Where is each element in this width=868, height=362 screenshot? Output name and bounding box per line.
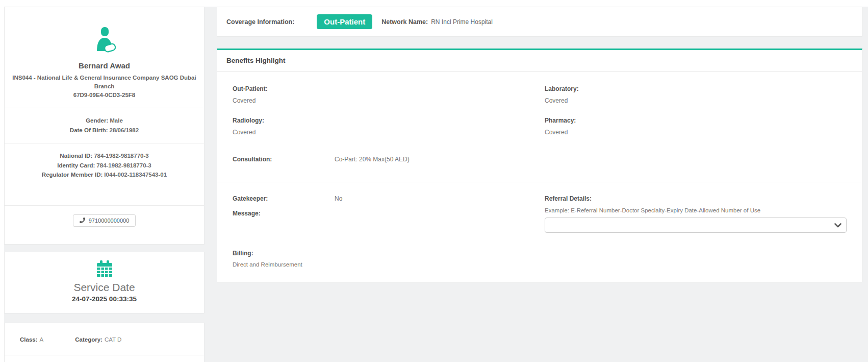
billing-label: Billing: [233,250,847,257]
national-id-label: National ID: [60,153,92,159]
billing-section: Billing: Direct and Reimbursement [233,250,847,282]
benefits-highlight-card: Benefits Highlight Out-Patient: Covered … [217,49,862,282]
regulator-member-id-label: Regulator Member ID: [42,172,103,178]
identity-card-row: Identity Card:784-1982-9818770-3 [5,161,204,171]
service-date-value: 24-07-2025 00:33:35 [5,295,204,303]
laboratory-benefit: Laboratory: Covered [545,85,847,104]
benefits-grid: Out-Patient: Covered Radiology: Covered … [233,85,847,149]
class-category-row: Class:A Category:CAT D [5,336,204,343]
class-field: Class:A [20,336,43,343]
outpatient-value: Covered [233,97,545,104]
demographics-section: Gender:Male Date Of Birth:28/06/1982 [5,116,204,135]
category-value: CAT D [105,336,121,343]
phone-icon [80,218,85,223]
divider [5,355,204,355]
identity-card-value: 784-1982-9818770-3 [96,162,151,168]
pharmacy-benefit: Pharmacy: Covered [545,117,847,136]
user-icon [5,26,204,55]
divider [217,182,862,182]
gender-label: Gender: [86,117,108,124]
gender-row: Gender:Male [5,116,204,126]
phone-number: 9710000000000 [89,218,130,224]
referral-example-text: Example: E-Referral Number-Doctor Specia… [545,207,847,213]
coverage-type-badge[interactable]: Out-Patient [317,14,372,29]
benefits-highlight-title: Benefits Highlight [217,50,862,71]
dob-label: Date Of Birth: [70,127,108,133]
outpatient-label: Out-Patient: [233,85,545,92]
pharmacy-label: Pharmacy: [545,117,847,124]
gender-value: Male [110,117,123,124]
referral-details-label: Referral Details: [545,195,847,202]
referral-details-section: Referral Details: Example: E-Referral Nu… [545,195,847,233]
class-label: Class: [20,336,38,343]
laboratory-value: Covered [545,97,847,104]
referral-select-wrapper [545,218,847,233]
radiology-value: Covered [233,129,545,136]
benefits-body: Out-Patient: Covered Radiology: Covered … [217,71,862,282]
consultation-row: Consultation: Co-Part: 20% Max(50 AED) [233,156,847,163]
gatekeeper-row: Gatekeeper: No [233,195,545,202]
radiology-label: Radiology: [233,117,545,124]
message-label: Message: [233,210,545,217]
divider [5,108,204,108]
page-background: Bernard Awad INS044 - National Life & Ge… [4,7,868,362]
network-name-label: Network Name: [381,18,428,26]
network-name-value: RN Incl Prime Hospital [431,18,493,26]
ids-section: National ID:784-1982-9818770-3 Identity … [5,151,204,180]
benefits-right-column: Laboratory: Covered Pharmacy: Covered [545,85,847,149]
coverage-information-label: Coverage Information: [226,18,294,26]
member-name: Bernard Awad [5,61,204,70]
regulator-member-id-row: Regulator Member ID:I044-002-118347543-0… [5,170,204,180]
dob-value: 28/06/1982 [110,127,139,133]
national-id-value: 784-1982-9818770-3 [94,153,148,159]
phone-row: 9710000000000 [5,214,204,244]
consultation-label: Consultation: [233,156,335,163]
member-card: Bernard Awad INS044 - National Life & Ge… [4,7,205,245]
pharmacy-value: Covered [545,129,847,136]
service-date-title: Service Date [5,281,204,294]
phone-button[interactable]: 9710000000000 [73,214,136,227]
outpatient-benefit: Out-Patient: Covered [233,85,545,104]
class-value: A [40,336,44,343]
national-id-row: National ID:784-1982-9818770-3 [5,151,204,161]
policy-card: Class:A Category:CAT D Policy Holder:BEB… [4,323,205,362]
category-label: Category: [75,336,103,343]
coverage-information-bar: Coverage Information: Out-Patient Networ… [217,7,862,37]
gatekeeper-referral-grid: Gatekeeper: No Message: Referral Details… [233,195,847,233]
referral-details-select[interactable] [545,218,847,233]
main-column: Coverage Information: Out-Patient Networ… [217,7,862,282]
service-date-card: Service Date 24-07-2025 00:33:35 [4,252,205,313]
gatekeeper-section: Gatekeeper: No Message: [233,195,545,233]
divider [5,205,204,206]
member-uuid: 67D9-09E4-0CD3-25F8 [5,91,204,100]
benefits-left-column: Out-Patient: Covered Radiology: Covered [233,85,545,149]
dob-row: Date Of Birth:28/06/1982 [5,126,204,135]
insurer-name: INS044 - National Life & General Insuran… [5,74,204,91]
left-column: Bernard Awad INS044 - National Life & Ge… [4,7,205,362]
gatekeeper-label: Gatekeeper: [233,195,335,202]
radiology-benefit: Radiology: Covered [233,117,545,136]
consultation-value: Co-Part: 20% Max(50 AED) [335,156,410,163]
regulator-member-id-value: I044-002-118347543-01 [104,172,167,178]
calendar-icon [5,259,204,279]
category-field: Category:CAT D [75,336,121,343]
identity-card-label: Identity Card: [57,162,95,168]
divider [5,143,204,143]
billing-value: Direct and Reimbursement [233,261,847,268]
laboratory-label: Laboratory: [545,85,847,92]
gatekeeper-value: No [335,195,342,202]
